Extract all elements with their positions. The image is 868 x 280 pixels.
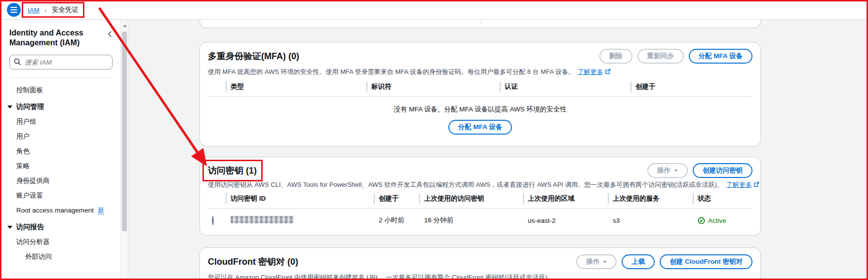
external-link-icon	[605, 69, 611, 76]
sidebar-collapse-button[interactable]	[106, 30, 115, 39]
check-circle-icon	[698, 217, 705, 224]
mfa-learn-more-link[interactable]: 了解更多	[578, 68, 603, 75]
sidebar-nav: 控制面板 访问管理 用户组 用户 角色 策略 身份提供商 账户设置 Root a…	[1, 81, 120, 264]
ak-col-created: 创建于	[374, 193, 419, 204]
sidebar-item-access-analyzer[interactable]: 访问分析器	[1, 235, 120, 249]
cloudfront-description: 您可以在 Amazon CloudFront 中使用密钥对来创建签名 URL。一…	[208, 273, 752, 280]
cloudfront-actions-button[interactable]: 操作	[576, 254, 617, 269]
sidebar-item-account-settings[interactable]: 账户设置	[1, 188, 120, 203]
mfa-empty-state-text: 没有 MFA 设备。分配 MFA 设备以提高 AWS 环境的安全性	[208, 105, 752, 114]
mfa-description: 使用 MFA 提高您的 AWS 环境的安全性。使用 MFA 登录需要来自 MFA…	[208, 68, 752, 76]
mfa-col-certification: 认证	[500, 81, 631, 92]
sidebar-item-root-access-management[interactable]: Root access management新	[1, 203, 120, 218]
cell-key-last-used: 16 分钟前	[419, 216, 523, 225]
sidebar-item-users[interactable]: 用户	[1, 129, 120, 144]
ak-col-status: 状态	[693, 193, 752, 204]
sidebar-item-identity-providers[interactable]: 身份提供商	[1, 174, 120, 188]
mfa-title: 多重身份验证(MFA) (0)	[208, 50, 299, 62]
caret-down-icon	[603, 261, 607, 263]
mfa-col-created: 创建于	[631, 81, 752, 92]
scrollbar-up-icon[interactable]	[123, 24, 127, 27]
sidebar-item-policies[interactable]: 策略	[1, 159, 120, 174]
mfa-empty-assign-device-button[interactable]: 分配 MFA 设备	[448, 120, 513, 135]
cell-service: s3	[608, 217, 693, 224]
status-badge: Active	[693, 217, 752, 224]
cloudfront-title: CloudFront 密钥对 (0)	[208, 256, 298, 268]
mfa-table-header: 类型 标识符 认证 创建于	[208, 81, 752, 97]
breadcrumb: IAM › 安全凭证	[28, 0, 79, 20]
create-cloudfront-key-pair-button[interactable]: 创建 CloudFront 密钥对	[660, 254, 752, 269]
sidebar-title: Identity and Access Management (IAM)	[1, 20, 120, 48]
sidebar-section-access-reports[interactable]: 访问报告	[1, 218, 120, 235]
hamburger-icon	[10, 7, 17, 8]
access-key-table-row: 2 小时前 16 分钟前 us-east-2 s3 Active	[208, 209, 752, 232]
triangle-down-icon	[7, 105, 12, 108]
create-access-key-button[interactable]: 创建访问密钥	[693, 163, 752, 178]
scrollbar-thumb[interactable]	[122, 32, 127, 231]
caret-down-icon	[674, 170, 678, 172]
access-keys-actions-button[interactable]: 操作	[647, 163, 688, 178]
mfa-card: 多重身份验证(MFA) (0) 删除 重新同步 分配 MFA 设备 使用 MFA…	[199, 42, 761, 146]
breadcrumb-current: 安全凭证	[52, 5, 79, 14]
sidebar-item-user-groups[interactable]: 用户组	[1, 114, 120, 129]
previous-card-fragment	[199, 20, 761, 28]
ak-col-key-id: 访问密钥 ID	[226, 193, 374, 204]
access-keys-title: 访问密钥 (1)	[208, 165, 257, 176]
access-key-id-redacted	[231, 216, 294, 223]
triangle-down-icon	[7, 226, 12, 229]
fragment-column-divider	[480, 20, 481, 24]
access-keys-card: 访问密钥 (1) 操作 创建访问密钥 使用访问密钥从 AWS CLI、AWS T…	[199, 157, 761, 236]
mfa-col-type: 类型	[226, 81, 366, 92]
row-radio-button[interactable]	[212, 216, 214, 225]
chevron-left-icon	[107, 31, 114, 37]
search-icon	[14, 58, 21, 68]
external-link-icon	[753, 181, 759, 189]
access-keys-table-header: 访问密钥 ID 创建于 上次使用的访问密钥 上次使用的区域 上次使用的服务 状态	[208, 193, 752, 209]
cloudfront-upload-button[interactable]: 上载	[622, 254, 655, 269]
cell-created: 2 小时前	[374, 216, 419, 225]
iam-sidebar: Identity and Access Management (IAM) 控制面…	[1, 20, 120, 279]
sidebar-section-access-management[interactable]: 访问管理	[1, 98, 120, 114]
mfa-col-identifier: 标识符	[366, 81, 500, 92]
sidebar-search	[9, 55, 113, 70]
iam-security-credentials-page: IAM › 安全凭证 Identity and Access Managemen…	[0, 0, 868, 280]
sidebar-divider	[9, 77, 113, 78]
ak-col-service-last-used: 上次使用的服务	[608, 193, 693, 204]
new-badge: 新	[98, 207, 104, 214]
mfa-delete-button[interactable]: 删除	[599, 49, 632, 64]
top-navigation-bar: IAM › 安全凭证	[0, 0, 868, 20]
mfa-resync-button[interactable]: 重新同步	[637, 49, 684, 64]
cell-region: us-east-2	[523, 217, 608, 224]
search-input[interactable]	[9, 55, 113, 70]
mfa-assign-device-button[interactable]: 分配 MFA 设备	[689, 49, 753, 64]
ak-col-key-last-used: 上次使用的访问密钥	[419, 193, 523, 204]
sidebar-scrollbar[interactable]	[120, 20, 128, 280]
breadcrumb-chevron-icon: ›	[44, 6, 47, 14]
cloudfront-card: CloudFront 密钥对 (0) 操作 上载 创建 CloudFront 密…	[199, 247, 761, 280]
sidebar-item-dashboard[interactable]: 控制面板	[1, 83, 120, 98]
access-keys-description: 使用访问密钥从 AWS CLI、AWS Tools for PowerShell…	[208, 180, 752, 189]
ak-col-region-last-used: 上次使用的区域	[523, 193, 608, 204]
sidebar-item-roles[interactable]: 角色	[1, 144, 120, 159]
hamburger-menu-button[interactable]	[7, 3, 21, 17]
breadcrumb-link-iam[interactable]: IAM	[28, 6, 39, 14]
access-keys-learn-more-link[interactable]: 了解更多	[726, 181, 752, 188]
sidebar-item-external-access[interactable]: 外部访问	[1, 249, 120, 264]
